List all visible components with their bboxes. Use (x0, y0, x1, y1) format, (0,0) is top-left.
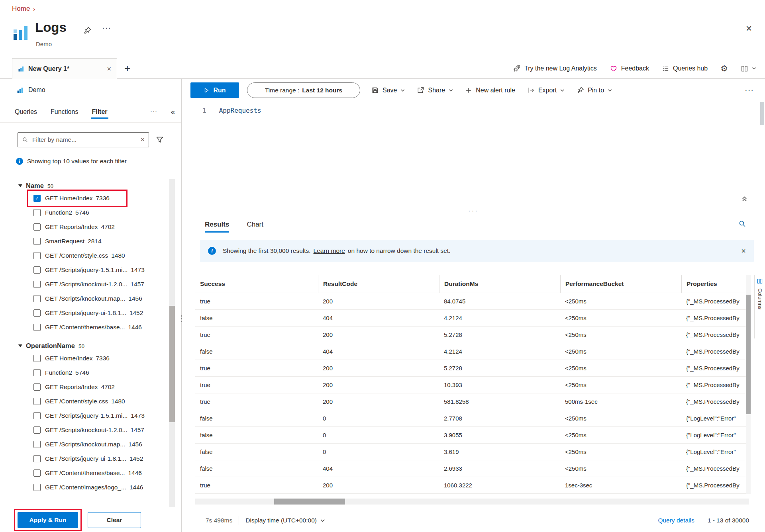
checkbox[interactable] (33, 195, 41, 202)
checkbox[interactable] (33, 441, 41, 448)
column-header-durationms[interactable]: DurationMs (439, 275, 560, 293)
column-header-properties[interactable]: Properties (681, 275, 749, 293)
filter-item[interactable]: GET /Scripts/jquery-ui-1.8.1... 1452 (0, 452, 173, 466)
results-search-icon[interactable] (738, 220, 746, 228)
checkbox[interactable] (33, 209, 41, 216)
settings-button[interactable]: ⚙ (720, 64, 728, 73)
checkbox[interactable] (33, 324, 41, 331)
checkbox[interactable] (33, 238, 41, 245)
table-row[interactable]: false 0 3.619 <250ms {"LogLevel":"Error" (195, 444, 749, 460)
tab-functions[interactable]: Functions (51, 101, 78, 123)
sidebar-scrollbar-thumb[interactable] (169, 306, 175, 422)
table-row[interactable]: false 404 2.6933 <250ms {"_MS.ProcessedB… (195, 460, 749, 477)
table-row[interactable]: true 200 1060.3222 1sec-3sec {"_MS.Proce… (195, 477, 749, 494)
clear-search-icon[interactable]: × (141, 136, 145, 144)
checkbox[interactable] (33, 266, 41, 274)
checkbox[interactable] (33, 383, 41, 391)
filter-item[interactable]: GET Reports/Index 4702 (0, 380, 173, 394)
checkbox[interactable] (33, 309, 41, 317)
column-header-success[interactable]: Success (195, 275, 318, 293)
filter-item[interactable]: SmartRequest 2814 (0, 234, 173, 248)
checkbox[interactable] (33, 369, 41, 376)
filter-item[interactable]: GET Reports/Index 4702 (0, 220, 173, 234)
checkbox[interactable] (33, 469, 41, 477)
checkbox[interactable] (33, 355, 41, 362)
table-row[interactable]: false 0 2.7708 <250ms {"LogLevel":"Error… (195, 410, 749, 427)
save-button[interactable]: Save (371, 86, 405, 94)
splitter-handle[interactable] (180, 315, 182, 322)
time-range-picker[interactable]: Time range : Last 12 hours (247, 82, 360, 98)
tab-close-icon[interactable]: × (107, 65, 111, 73)
display-time-dropdown[interactable]: Display time (UTC+00:00) (245, 517, 325, 524)
filter-group-header-name[interactable]: Name 50 (0, 180, 173, 191)
filter-item[interactable]: GET /Scripts/knockout-1.2.0... 1457 (0, 423, 173, 437)
sidebar-more-icon[interactable]: ··· (150, 108, 157, 116)
tab-chart[interactable]: Chart (247, 215, 263, 234)
export-button[interactable]: Export (527, 86, 565, 94)
share-button[interactable]: Share (417, 86, 453, 94)
table-row[interactable]: false 0 3.9055 <250ms {"LogLevel":"Error… (195, 427, 749, 444)
new-tab-button[interactable]: + (124, 62, 130, 74)
filter-item[interactable]: GET /Content/style.css 1480 (0, 248, 173, 263)
checkbox[interactable] (33, 398, 41, 405)
query-details-link[interactable]: Query details (658, 517, 694, 524)
learn-more-link[interactable]: Learn more (314, 247, 345, 254)
sidebar-scrollbar[interactable] (169, 179, 175, 507)
collapse-sidebar-icon[interactable]: « (171, 108, 175, 116)
table-vertical-scrollbar-thumb[interactable] (746, 295, 751, 414)
table-row[interactable]: true 200 84.0745 <250ms {"_MS.ProcessedB… (195, 293, 749, 310)
filter-item[interactable]: GET /Scripts/jquery-ui-1.8.1... 1452 (0, 306, 173, 320)
checkbox[interactable] (33, 426, 41, 434)
editor-scrollbar-thumb[interactable] (760, 102, 764, 125)
try-new-log-analytics-button[interactable]: Try the new Log Analytics (513, 65, 597, 72)
filter-item[interactable]: GET /Scripts/knockout.map... 1456 (0, 437, 173, 452)
filter-item[interactable]: GET /Scripts/jquery-1.5.1.mi... 1473 (0, 263, 173, 277)
filter-item[interactable]: GET /Content/style.css 1480 (0, 394, 173, 409)
filter-item[interactable]: GET /Scripts/jquery-1.5.1.mi... 1473 (0, 409, 173, 423)
table-row[interactable]: false 404 4.2124 <250ms {"_MS.ProcessedB… (195, 343, 749, 360)
checkbox[interactable] (33, 281, 41, 288)
filter-item[interactable]: GET Home/Index 7336 (0, 191, 173, 205)
table-row[interactable]: true 200 581.8258 500ms-1sec {"_MS.Proce… (195, 393, 749, 410)
filter-search-box[interactable]: × (18, 132, 149, 147)
filter-item[interactable]: GET /Scripts/knockout.map... 1456 (0, 291, 173, 306)
filter-group-header-operationname[interactable]: OperationName 50 (0, 340, 173, 351)
table-row[interactable]: false 404 4.2124 <250ms {"_MS.ProcessedB… (195, 310, 749, 327)
filter-item[interactable]: GET /Scripts/knockout-1.2.0... 1457 (0, 277, 173, 291)
checkbox[interactable] (33, 412, 41, 419)
column-header-resultcode[interactable]: ResultCode (318, 275, 439, 293)
checkbox[interactable] (33, 223, 41, 231)
table-horizontal-scrollbar[interactable] (195, 499, 749, 505)
apply-and-run-button[interactable]: Apply & Run (18, 512, 78, 528)
new-alert-rule-button[interactable]: New alert rule (465, 87, 515, 94)
filter-funnel-icon[interactable] (155, 135, 164, 144)
checkbox[interactable] (33, 295, 41, 302)
checkbox[interactable] (33, 455, 41, 462)
filter-item[interactable]: GET /Content/themes/base... 1446 (0, 466, 173, 480)
queries-hub-button[interactable]: Queries hub (662, 65, 708, 72)
editor-resize-handle[interactable]: ··· (468, 207, 479, 215)
run-button[interactable]: Run (190, 82, 239, 98)
table-row[interactable]: true 200 10.393 <250ms {"_MS.ProcessedBy (195, 377, 749, 393)
filter-item[interactable]: GET Home/Index 7336 (0, 351, 173, 366)
feedback-button[interactable]: Feedback (610, 65, 649, 72)
table-row[interactable]: true 200 5.2728 <250ms {"_MS.ProcessedBy (195, 360, 749, 377)
layout-columns-button[interactable] (741, 65, 756, 72)
collapse-editor-icon[interactable] (741, 196, 747, 202)
columns-pane-toggle[interactable]: Columns (754, 275, 765, 338)
filter-search-input[interactable] (31, 136, 137, 144)
table-vertical-scrollbar[interactable] (746, 275, 751, 494)
pin-to-button[interactable]: Pin to (577, 86, 612, 94)
toolbar-more-icon[interactable]: ··· (745, 85, 754, 94)
clear-button[interactable]: Clear (88, 512, 141, 528)
table-row[interactable]: true 200 5.2728 <250ms {"_MS.ProcessedBy (195, 327, 749, 343)
checkbox[interactable] (33, 484, 41, 491)
close-icon[interactable]: × (746, 23, 752, 33)
filter-item[interactable]: GET /Content/images/logo_... 1446 (0, 480, 173, 495)
banner-close-icon[interactable]: × (741, 246, 746, 256)
breadcrumb-home-link[interactable]: Home (12, 5, 30, 13)
checkbox[interactable] (33, 252, 41, 259)
header-more-icon[interactable]: ··· (102, 23, 111, 32)
tab-new-query-1[interactable]: New Query 1* × (12, 58, 117, 79)
query-editor[interactable]: 1 AppRequests ··· (182, 101, 765, 215)
